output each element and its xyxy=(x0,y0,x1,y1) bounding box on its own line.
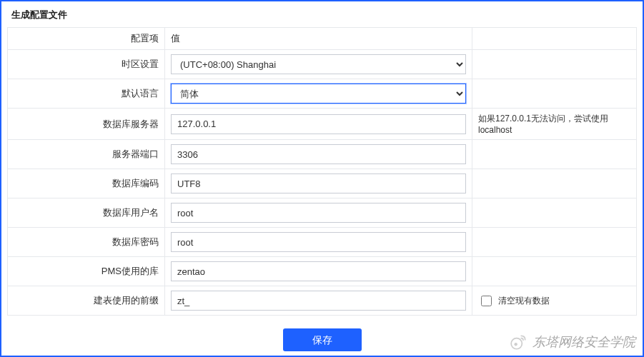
form-wrap: 配置项 值 时区设置 (UTC+08:00) Shanghai 默认语言 简体 xyxy=(1,27,643,351)
input-table-prefix[interactable] xyxy=(171,291,466,311)
row-language: 默认语言 简体 xyxy=(8,79,637,109)
label-db-password: 数据库密码 xyxy=(8,228,165,257)
label-db-host: 数据库服务器 xyxy=(8,109,165,140)
input-db-host[interactable] xyxy=(171,114,466,134)
row-db-port: 服务器端口 xyxy=(8,140,637,169)
row-timezone: 时区设置 (UTC+08:00) Shanghai xyxy=(8,50,637,79)
row-db-encoding: 数据库编码 xyxy=(8,169,637,198)
label-table-prefix: 建表使用的前缀 xyxy=(8,286,165,316)
input-db-encoding[interactable] xyxy=(171,174,466,193)
hint-db-host: 如果127.0.0.1无法访问，尝试使用localhost xyxy=(472,109,637,140)
label-clear-data: 清空现有数据 xyxy=(498,295,550,307)
label-language: 默认语言 xyxy=(8,79,165,109)
label-pms-db: PMS使用的库 xyxy=(8,257,165,286)
label-db-user: 数据库用户名 xyxy=(8,198,165,228)
row-pms-db: PMS使用的库 xyxy=(8,257,637,286)
config-panel: 生成配置文件 配置项 值 时区设置 (UTC+08:00) Shanghai 默… xyxy=(0,0,644,357)
input-db-password[interactable] xyxy=(171,232,466,252)
row-db-password: 数据库密码 xyxy=(8,228,637,257)
input-db-user[interactable] xyxy=(171,203,466,223)
input-pms-db[interactable] xyxy=(171,261,466,281)
row-db-host: 数据库服务器 如果127.0.0.1无法访问，尝试使用localhost xyxy=(8,109,637,140)
label-db-encoding: 数据库编码 xyxy=(8,169,165,198)
label-db-port: 服务器端口 xyxy=(8,140,165,169)
panel-title: 生成配置文件 xyxy=(1,1,643,27)
clear-data-wrap[interactable]: 清空现有数据 xyxy=(478,293,630,308)
action-row: 保存 xyxy=(7,316,637,351)
table-header-value: 值 xyxy=(165,28,472,50)
row-table-prefix: 建表使用的前缀 清空现有数据 xyxy=(8,286,637,316)
table-header-key: 配置项 xyxy=(8,28,165,50)
input-db-port[interactable] xyxy=(171,144,466,164)
row-db-user: 数据库用户名 xyxy=(8,198,637,228)
checkbox-clear-data[interactable] xyxy=(481,296,492,306)
label-timezone: 时区设置 xyxy=(8,50,165,79)
table-header-hint xyxy=(472,28,637,50)
table-header-row: 配置项 值 xyxy=(8,28,637,50)
select-language[interactable]: 简体 xyxy=(171,84,466,104)
save-button[interactable]: 保存 xyxy=(283,328,362,351)
config-form-table: 配置项 值 时区设置 (UTC+08:00) Shanghai 默认语言 简体 xyxy=(7,27,637,316)
select-timezone[interactable]: (UTC+08:00) Shanghai xyxy=(171,54,466,74)
